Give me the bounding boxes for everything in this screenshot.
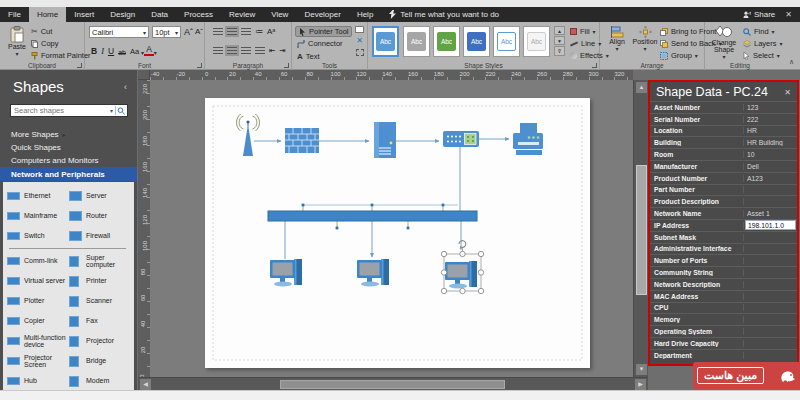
shape-projector-screen[interactable]: Projector Screen: [7, 351, 69, 371]
ethernet-shape[interactable]: [268, 211, 477, 221]
increase-indent-icon[interactable]: ⇥: [277, 46, 287, 55]
router-shape[interactable]: [443, 131, 479, 147]
style-swatch-blue[interactable]: Abc: [463, 26, 490, 57]
style-swatch-gray[interactable]: Abc: [403, 26, 430, 57]
shape-super-computer[interactable]: Super computer: [69, 251, 131, 271]
field-value[interactable]: 222: [744, 116, 797, 123]
bold-button[interactable]: B: [89, 46, 99, 56]
shape-comm-link[interactable]: Comm-link: [7, 251, 69, 271]
fill-button[interactable]: Fill▾: [570, 27, 596, 36]
shape-modem[interactable]: Modem: [69, 371, 131, 390]
italic-button[interactable]: I: [99, 46, 106, 56]
tab-view[interactable]: View: [263, 7, 296, 22]
find-button[interactable]: Find▾: [743, 27, 775, 36]
font-size-select[interactable]: 10pt▾: [152, 26, 181, 38]
shape-scanner[interactable]: Scanner: [69, 291, 131, 311]
panel-close-icon[interactable]: ✕: [784, 88, 791, 97]
shape-router[interactable]: Router: [69, 206, 131, 226]
underline-button[interactable]: U: [106, 46, 116, 56]
field-value[interactable]: 10: [744, 151, 797, 158]
tab-design[interactable]: Design: [102, 7, 143, 22]
field-value[interactable]: A123: [744, 175, 797, 182]
tab-data[interactable]: Data: [143, 7, 176, 22]
shape-server[interactable]: Server: [69, 186, 131, 206]
gallery-more-icon[interactable]: ⊽: [554, 46, 565, 56]
field-value[interactable]: 123: [744, 104, 797, 111]
printer-shape[interactable]: [513, 123, 543, 155]
shape-hub[interactable]: Hub: [7, 371, 69, 390]
stencil-nav-more-shapes[interactable]: More Shapes▸: [0, 128, 137, 141]
tab-home[interactable]: Home: [29, 7, 66, 22]
gallery-down-icon[interactable]: ▼: [554, 36, 565, 45]
vertical-scrollbar[interactable]: ▲ ▼: [633, 80, 648, 377]
line-button[interactable]: Line▾: [570, 39, 601, 48]
antenna-shape[interactable]: [236, 114, 259, 156]
style-swatch-green[interactable]: Abc: [433, 26, 460, 57]
field-value[interactable]: HR Building: [744, 139, 797, 146]
align-left-icon[interactable]: [213, 47, 223, 54]
align-right-icon[interactable]: [241, 47, 251, 54]
ip-address-input[interactable]: 198.101.1.0: [745, 220, 796, 230]
layers-button[interactable]: Layers▾: [743, 39, 783, 48]
format-painter-button[interactable]: Format Painter: [31, 51, 91, 60]
shape-firewall[interactable]: Firewall: [69, 226, 131, 246]
tab-review[interactable]: Review: [221, 7, 263, 22]
font-color-button[interactable]: A: [144, 44, 154, 56]
lasso-select-icon[interactable]: [356, 49, 364, 56]
strikethrough-button[interactable]: ab: [116, 49, 128, 56]
tab-insert[interactable]: Insert: [66, 7, 102, 22]
shape-plotter[interactable]: Plotter: [7, 291, 69, 311]
position-button[interactable]: Position▾: [631, 26, 659, 52]
align-center-icon[interactable]: [227, 47, 237, 54]
tab-process[interactable]: Process: [176, 7, 221, 22]
pc-shape-1[interactable]: [270, 259, 302, 287]
shrink-font-button[interactable]: Aˇ: [195, 27, 203, 36]
font-family-select[interactable]: Calibri▾: [89, 26, 149, 38]
grow-font-button[interactable]: Aˆ: [184, 27, 193, 37]
drawing-canvas[interactable]: [150, 80, 633, 377]
change-case-button[interactable]: Aa: [128, 47, 141, 56]
shape-printer[interactable]: Printer: [69, 271, 131, 291]
collapse-panel-icon[interactable]: ‹: [124, 82, 127, 92]
copy-button[interactable]: Copy: [31, 39, 59, 48]
align-bottom-icon[interactable]: [241, 28, 251, 35]
align-middle-icon[interactable]: [227, 28, 237, 35]
decrease-indent-icon[interactable]: ⇤: [267, 46, 277, 55]
search-input[interactable]: [11, 106, 108, 115]
tell-me-box[interactable]: Tell me what you want to do: [381, 7, 507, 22]
group-button[interactable]: Group▾: [660, 51, 698, 60]
tab-file[interactable]: File: [0, 7, 29, 22]
shape-copier[interactable]: Copier: [7, 311, 69, 331]
select-button[interactable]: Select▾: [743, 51, 780, 60]
search-icon[interactable]: [116, 106, 127, 116]
field-value[interactable]: Asset 1: [744, 210, 797, 217]
pc-shape-2[interactable]: [357, 259, 389, 287]
horizontal-scroll-thumb[interactable]: [280, 380, 505, 389]
font-dialog-launcher[interactable]: [197, 63, 202, 68]
change-shape-button[interactable]: Change Shape▾: [707, 25, 741, 60]
stencil-nav-computers-and-monitors[interactable]: Computers and Monitors▸: [0, 154, 137, 167]
bullets-icon[interactable]: ≔: [253, 27, 265, 36]
collapse-ribbon-icon[interactable]: ∧: [789, 58, 794, 66]
scroll-right-icon[interactable]: ▶: [635, 379, 646, 390]
style-swatch-outline[interactable]: Abc: [493, 26, 520, 57]
shape-switch[interactable]: Switch: [7, 226, 69, 246]
shape-bridge[interactable]: Bridge: [69, 351, 131, 371]
shape-virtual-server[interactable]: Virtual server: [7, 271, 69, 291]
align-button[interactable]: Align▾: [604, 26, 630, 52]
pc-shape-selected-pc24[interactable]: [445, 261, 477, 289]
vertical-scroll-thumb[interactable]: [636, 165, 647, 295]
scroll-up-icon[interactable]: ▲: [636, 82, 647, 93]
text-direction-icon[interactable]: Aᵃ: [265, 27, 277, 36]
align-top-icon[interactable]: [213, 28, 223, 35]
scroll-down-icon[interactable]: ▼: [636, 364, 647, 375]
shape-ethernet[interactable]: Ethernet: [7, 186, 69, 206]
shape-fax[interactable]: Fax: [69, 311, 131, 331]
stencil-nav-quick-shapes[interactable]: Quick Shapes▸: [0, 141, 137, 154]
share-button[interactable]: Share: [743, 10, 775, 19]
paste-button[interactable]: Paste ▾: [5, 26, 29, 57]
pointer-tool-button[interactable]: Pointer Tool: [295, 26, 352, 37]
search-dropdown-icon[interactable]: ▾: [108, 107, 115, 114]
server-shape[interactable]: [374, 122, 396, 158]
horizontal-scrollbar[interactable]: ◀ ▶: [138, 377, 648, 390]
